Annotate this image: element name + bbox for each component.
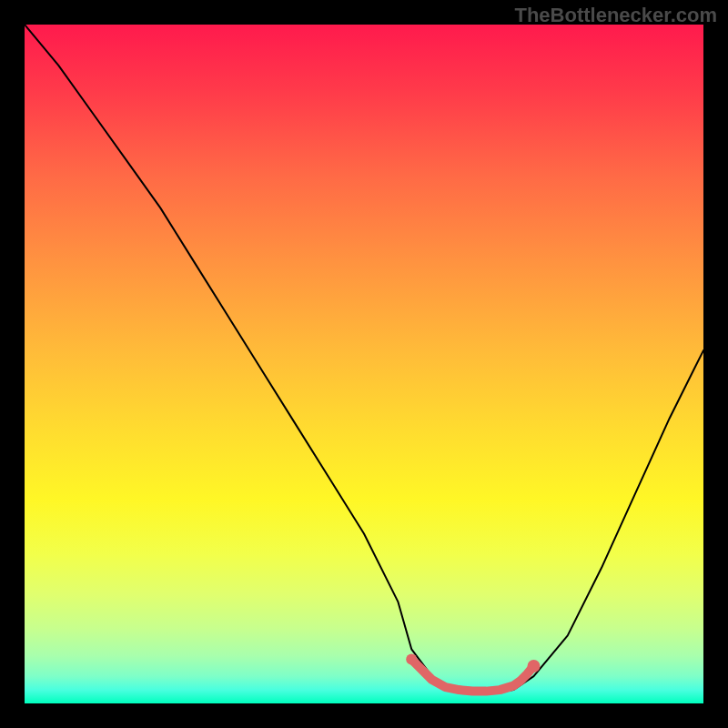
chart-svg [25,25,703,703]
chart-container: TheBottlenecker.com [0,0,728,728]
plot-area [25,25,703,703]
highlighted-range-markers [406,654,540,692]
bottleneck-curve-line [25,25,703,693]
svg-point-1 [528,660,541,672]
svg-point-0 [406,654,417,665]
watermark-text: TheBottlenecker.com [514,4,717,27]
